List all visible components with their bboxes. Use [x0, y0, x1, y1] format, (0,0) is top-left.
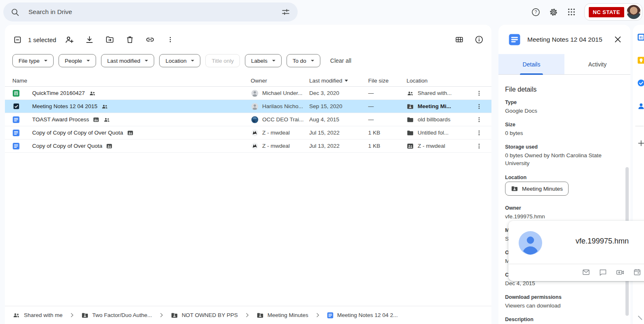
- search-bar[interactable]: Search in Drive: [3, 2, 298, 21]
- chip-label: Location: [165, 58, 186, 64]
- column-header-owner[interactable]: Owner: [251, 78, 309, 84]
- row-menu-icon[interactable]: [471, 130, 487, 136]
- location-icon: [407, 116, 414, 123]
- chevron-down-icon: [44, 60, 47, 61]
- filter-chip-file-type[interactable]: File type: [12, 54, 54, 67]
- breadcrumb-item[interactable]: Meeting Notes 12 04 2...: [327, 312, 398, 319]
- filter-chip-last-modified[interactable]: Last modified: [101, 54, 154, 67]
- search-input[interactable]: Search in Drive: [28, 8, 281, 16]
- location-chip-label: Meeting Minutes: [522, 186, 563, 192]
- location-name[interactable]: Shared with...: [418, 90, 452, 96]
- user-avatar[interactable]: [627, 5, 641, 19]
- filter-chip-location[interactable]: Location: [159, 54, 200, 67]
- file-row[interactable]: TOAST Award ProcessOCC DEO Trai...Aug 4,…: [5, 113, 491, 126]
- info-icon[interactable]: [474, 35, 484, 45]
- kebab-icon[interactable]: [165, 35, 175, 45]
- file-name: Copy of Copy of Copy of Over Quota: [32, 130, 123, 136]
- tab-activity[interactable]: Activity: [564, 54, 630, 74]
- keep-app-icon[interactable]: [637, 56, 644, 64]
- chat-icon[interactable]: [599, 268, 607, 277]
- account-pill: NC STATE: [584, 3, 642, 21]
- column-header-last-modified[interactable]: Last modified: [309, 78, 368, 84]
- apps-grid-icon[interactable]: [566, 7, 576, 17]
- filter-chip-to-do[interactable]: To do: [287, 54, 320, 67]
- breadcrumb-label: Meeting Notes 12 04 2...: [337, 312, 398, 318]
- deselect-checkbox[interactable]: [12, 35, 22, 45]
- link-icon[interactable]: [145, 35, 155, 45]
- row-menu-icon[interactable]: [471, 116, 487, 123]
- file-row[interactable]: Copy of Copy of Copy of Over QuotaZ - mw…: [5, 126, 491, 140]
- owner-avatar: [519, 231, 542, 255]
- chevron-down-icon: [191, 60, 194, 61]
- help-icon[interactable]: ?: [531, 7, 541, 17]
- row-menu-icon[interactable]: [471, 90, 487, 97]
- breadcrumb-item[interactable]: Two Factor/Duo Authe...: [81, 312, 152, 319]
- row-menu-icon[interactable]: [471, 143, 487, 149]
- advanced-search-icon[interactable]: [281, 7, 290, 17]
- person-add-icon[interactable]: [64, 35, 74, 45]
- email-icon[interactable]: [582, 268, 590, 277]
- filter-chip-people[interactable]: People: [59, 54, 96, 67]
- file-row[interactable]: Copy of Copy of Over QuotaZ - mwdealJul …: [5, 140, 491, 153]
- row-menu-icon[interactable]: [471, 103, 487, 110]
- breadcrumb-item[interactable]: NOT OWNED BY PPS: [171, 312, 238, 319]
- tab-details[interactable]: Details: [498, 54, 564, 74]
- breadcrumb-item[interactable]: Shared with me: [12, 311, 63, 319]
- file-size: —: [368, 103, 407, 109]
- chevron-down-icon: [311, 60, 314, 61]
- storage-label: Storage used: [505, 144, 538, 150]
- shared-drive-badge-icon: [93, 116, 99, 123]
- download-permissions-value: Viewers can download: [505, 302, 609, 310]
- chip-label: Labels: [251, 58, 268, 64]
- breadcrumb-label: Two Factor/Duo Authe...: [92, 312, 152, 318]
- grid-view-icon[interactable]: [454, 35, 464, 45]
- plus-app-icon[interactable]: [637, 139, 644, 147]
- filter-chip-labels[interactable]: Labels: [245, 54, 282, 67]
- clear-all-button[interactable]: Clear all: [330, 57, 351, 64]
- breadcrumb-label: Shared with me: [24, 312, 63, 318]
- breadcrumb: Shared with meTwo Factor/Duo Authe...NOT…: [5, 306, 491, 324]
- settings-icon[interactable]: [549, 7, 559, 17]
- location-chip[interactable]: Meeting Minutes: [505, 182, 569, 196]
- doc-file-icon: [12, 142, 20, 150]
- calendar-app-icon[interactable]: 31: [637, 33, 644, 41]
- doc-file-icon: [12, 129, 20, 137]
- breadcrumb-item[interactable]: Meeting Minutes: [256, 312, 308, 319]
- video-call-icon[interactable]: [616, 268, 625, 277]
- location-name[interactable]: Untitled fol...: [418, 130, 449, 136]
- column-header-name[interactable]: Name: [12, 78, 251, 84]
- storage-value: 0 bytes Owned by North Carolina State Un…: [505, 151, 609, 167]
- column-header-file-size[interactable]: File size: [368, 78, 407, 84]
- last-modified: Aug 4, 2015: [309, 116, 368, 123]
- folder-move-icon[interactable]: [105, 35, 115, 45]
- file-row[interactable]: Meeting Notes 12 04 2015Harilaos Nicho..…: [5, 100, 491, 113]
- type-value: Google Docs: [505, 107, 609, 115]
- owner-avatar: [251, 142, 259, 150]
- trash-icon[interactable]: [125, 35, 135, 45]
- file-name: TOAST Award Process: [32, 116, 89, 123]
- owner-avatar: [251, 89, 259, 97]
- location-name[interactable]: Z - mwdeal: [418, 143, 445, 149]
- description-label: Description: [505, 317, 534, 322]
- owner-avatar: [251, 102, 259, 111]
- contacts-app-icon[interactable]: [637, 102, 644, 110]
- calendar-icon[interactable]: [633, 268, 642, 277]
- owner-label: Owner: [505, 205, 521, 211]
- download-icon[interactable]: [85, 35, 94, 45]
- owner-hover-card: vfe.199975.hmn: [508, 221, 644, 281]
- row-checkbox-checked[interactable]: [12, 102, 20, 110]
- owner-value[interactable]: vfe.199975.hmn: [505, 213, 609, 220]
- location-name[interactable]: old billboards: [418, 116, 451, 123]
- close-icon[interactable]: [613, 35, 622, 44]
- details-body: File details Type Google Docs Size 0 byt…: [498, 75, 630, 324]
- file-row[interactable]: QuickTime 20160427Michael Under...Dec 3,…: [5, 87, 491, 100]
- file-size: 1 KB: [368, 130, 407, 136]
- folder-shared-icon: [81, 312, 89, 319]
- column-header-location[interactable]: Location: [407, 78, 471, 84]
- search-icon[interactable]: [11, 8, 19, 17]
- sheet-file-icon: [12, 90, 20, 97]
- location-name[interactable]: Meeting Mi...: [418, 103, 451, 109]
- last-modified: Dec 3, 2020: [309, 90, 368, 96]
- folder-shared-icon: [256, 312, 264, 319]
- tasks-app-icon[interactable]: [637, 79, 644, 87]
